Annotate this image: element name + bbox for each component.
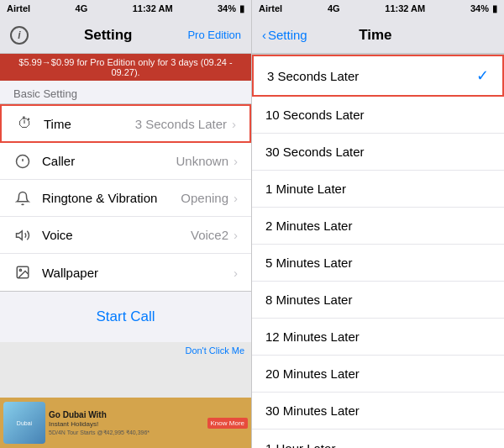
time-option-5min-label: 5 Minutes Later <box>265 256 352 270</box>
dont-click-link[interactable]: Don't Click Me <box>0 342 251 359</box>
check-icon: ✓ <box>476 66 489 85</box>
settings-item-wallpaper[interactable]: Wallpaper › <box>0 254 251 291</box>
caller-label: Caller <box>42 154 176 168</box>
ad-area: Don't Click Me Dubai Go Dubai With Insta… <box>0 342 251 448</box>
bell-icon <box>13 189 32 208</box>
svg-marker-3 <box>17 230 23 240</box>
time-label: Time <box>44 117 135 131</box>
left-nav-bar: i Setting Pro Edition <box>0 17 251 54</box>
voice-value: Voice2 <box>191 228 228 242</box>
time-option-10sec-label: 10 Seconds Later <box>265 108 365 122</box>
start-call-section: Start Call <box>0 292 251 342</box>
right-status-bar: Airtel 4G 11:32 AM 34% ▮ <box>252 0 504 17</box>
left-network: 4G <box>76 3 88 13</box>
wallpaper-icon <box>13 263 32 282</box>
caller-value: Unknown <box>176 154 228 168</box>
promo-text: $5.99→$0.99 for Pro Edition only for 3 d… <box>18 57 232 77</box>
ad-text: Go Dubai With Instant Holidays! 5D/4N To… <box>45 409 207 436</box>
settings-item-caller[interactable]: Caller Unknown › <box>0 143 251 180</box>
settings-item-ringtone[interactable]: Ringtone & Vibration Opening › <box>0 180 251 217</box>
phone-icon <box>13 152 32 171</box>
section-header: Basic Setting <box>0 81 251 103</box>
settings-list: ⏱ Time 3 Seconds Later › Caller Unknown … <box>0 103 251 292</box>
right-status-right: 34% ▮ <box>470 3 497 14</box>
time-option-3sec[interactable]: 3 Seconds Later ✓ <box>252 55 504 97</box>
back-button[interactable]: ‹ Setting <box>262 28 307 42</box>
time-option-5min[interactable]: 5 Minutes Later <box>252 245 504 282</box>
info-icon[interactable]: i <box>10 26 29 45</box>
left-status-bar: Airtel 4G 11:32 AM 34% ▮ <box>0 0 251 17</box>
time-option-3sec-label: 3 Seconds Later <box>267 69 359 83</box>
time-option-30sec[interactable]: 30 Seconds Later <box>252 134 504 171</box>
time-option-12min[interactable]: 12 Minutes Later <box>252 319 504 356</box>
svg-point-5 <box>19 269 21 271</box>
time-option-30sec-label: 30 Seconds Later <box>265 145 365 159</box>
ad-banner[interactable]: Dubai Go Dubai With Instant Holidays! 5D… <box>0 398 251 448</box>
ringtone-chevron: › <box>234 191 238 205</box>
voice-label: Voice <box>42 228 191 242</box>
caller-chevron: › <box>234 154 238 168</box>
time-option-8min-label: 8 Minutes Later <box>265 293 352 307</box>
left-battery: 34% <box>218 3 236 13</box>
ad-cta[interactable]: Know More <box>207 418 248 429</box>
left-panel: Airtel 4G 11:32 AM 34% ▮ i Setting Pro E… <box>0 0 252 448</box>
right-battery: 34% <box>470 3 489 13</box>
right-battery-icon: ▮ <box>492 3 497 14</box>
wallpaper-label: Wallpaper <box>42 266 228 280</box>
right-time: 11:32 AM <box>385 3 425 13</box>
right-panel: Airtel 4G 11:32 AM 34% ▮ ‹ Setting Time … <box>252 0 504 448</box>
ad-image: Dubai <box>3 402 45 444</box>
time-option-1min[interactable]: 1 Minute Later <box>252 171 504 208</box>
time-option-20min-label: 20 Minutes Later <box>265 366 360 381</box>
time-option-10sec[interactable]: 10 Seconds Later <box>252 97 504 134</box>
back-chevron-icon: ‹ <box>262 28 266 42</box>
time-list: 3 Seconds Later ✓ 10 Seconds Later 30 Se… <box>252 54 504 448</box>
promo-banner[interactable]: $5.99→$0.99 for Pro Edition only for 3 d… <box>0 54 251 81</box>
ringtone-value: Opening <box>181 191 228 205</box>
time-value: 3 Seconds Later <box>135 117 227 131</box>
voice-icon <box>13 226 32 245</box>
time-option-2min[interactable]: 2 Minutes Later <box>252 208 504 245</box>
time-option-1hour-label: 1 Hour Later <box>265 441 335 449</box>
voice-chevron: › <box>234 228 238 242</box>
left-time: 11:32 AM <box>133 3 173 13</box>
time-option-30min-label: 30 Minutes Later <box>265 403 360 418</box>
ringtone-label: Ringtone & Vibration <box>42 191 181 205</box>
left-carrier: Airtel <box>7 3 30 13</box>
time-option-1min-label: 1 Minute Later <box>265 182 346 196</box>
settings-item-voice[interactable]: Voice Voice2 › <box>0 217 251 254</box>
time-chevron: › <box>232 117 236 131</box>
left-nav-title: Setting <box>84 27 133 44</box>
left-nav-pro[interactable]: Pro Edition <box>187 29 241 41</box>
right-nav-title: Time <box>359 27 391 44</box>
time-option-12min-label: 12 Minutes Later <box>265 329 360 344</box>
time-option-8min[interactable]: 8 Minutes Later <box>252 282 504 319</box>
battery-icon: ▮ <box>239 3 244 14</box>
clock-icon: ⏱ <box>15 114 34 133</box>
time-option-30min[interactable]: 30 Minutes Later <box>252 393 504 430</box>
settings-item-time[interactable]: ⏱ Time 3 Seconds Later › <box>0 104 251 143</box>
right-nav-bar: ‹ Setting Time <box>252 17 504 54</box>
start-call-button[interactable]: Start Call <box>97 308 155 325</box>
back-label: Setting <box>268 28 307 42</box>
time-option-1hour[interactable]: 1 Hour Later <box>252 430 504 448</box>
time-option-20min[interactable]: 20 Minutes Later <box>252 356 504 393</box>
right-carrier: Airtel <box>259 3 282 13</box>
wallpaper-chevron: › <box>234 266 238 280</box>
time-option-2min-label: 2 Minutes Later <box>265 219 352 233</box>
left-status-right: 34% ▮ <box>218 3 244 14</box>
right-network: 4G <box>328 3 340 13</box>
